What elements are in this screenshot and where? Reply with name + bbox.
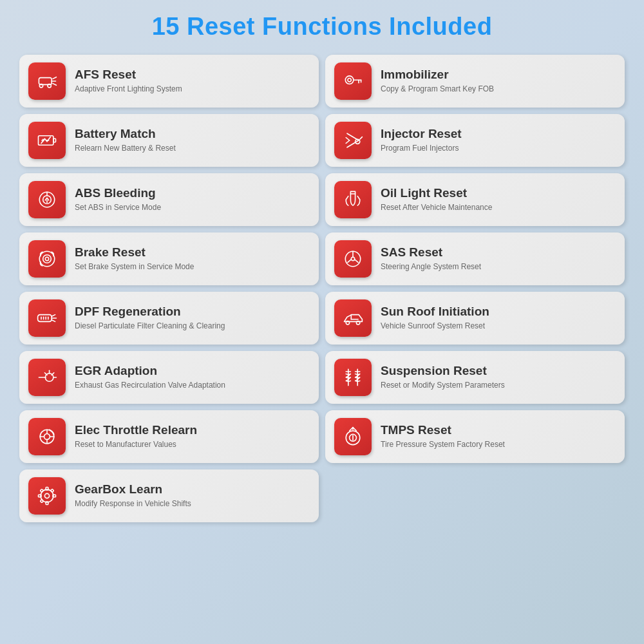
- svg-line-19: [360, 137, 363, 140]
- tmps-reset-icon: [334, 418, 372, 455]
- brake-reset-subtitle: Set Brake System in Service Mode: [75, 262, 194, 272]
- card-dpf-regeneration: DPF RegenerationDiesel Particulate Filte…: [19, 292, 319, 345]
- svg-rect-71: [40, 489, 43, 492]
- egr-adaption-title: EGR Adaption: [75, 364, 225, 379]
- brake-reset-icon: [28, 240, 66, 278]
- svg-line-31: [348, 260, 351, 263]
- svg-point-7: [348, 79, 351, 82]
- injector-reset-subtitle: Program Fuel Injectors: [381, 144, 462, 154]
- card-suspension-reset: Suspension ResetReset or Modify System P…: [325, 351, 625, 404]
- card-injector-reset: Injector ResetProgram Fuel Injectors: [325, 114, 625, 167]
- svg-point-41: [346, 321, 349, 325]
- immobilizer-icon: [334, 62, 372, 100]
- elec-throttle-icon: [28, 418, 66, 455]
- oil-light-reset-icon: [334, 181, 372, 218]
- dpf-regeneration-icon: [28, 299, 66, 337]
- svg-point-25: [39, 251, 54, 266]
- battery-match-title: Battery Match: [75, 127, 176, 142]
- svg-point-56: [44, 434, 50, 440]
- elec-throttle-subtitle: Reset to Manufacturer Values: [75, 440, 197, 450]
- svg-rect-67: [46, 488, 48, 491]
- injector-reset-title: Injector Reset: [381, 127, 462, 142]
- abs-bleeding-icon: [28, 181, 66, 218]
- gearbox-learn-subtitle: Modify Response in Vehicle Shifts: [75, 499, 191, 509]
- tmps-reset-title: TMPS Reset: [381, 423, 505, 438]
- battery-match-icon: [28, 122, 66, 159]
- cards-grid: AFS ResetAdaptive Front Lighting SystemI…: [19, 55, 625, 522]
- svg-rect-70: [53, 495, 56, 497]
- card-oil-light-reset: Oil Light ResetReset After Vehicle Maint…: [325, 173, 625, 226]
- svg-line-32: [355, 260, 358, 263]
- svg-rect-68: [46, 502, 48, 505]
- card-immobilizer: ImmobilizerCopy & Program Smart Key FOB: [325, 55, 625, 108]
- svg-point-26: [43, 255, 52, 263]
- svg-rect-69: [39, 495, 42, 497]
- suspension-reset-subtitle: Reset or Modify System Parameters: [381, 381, 505, 391]
- svg-point-42: [356, 321, 359, 325]
- immobilizer-title: Immobilizer: [381, 68, 494, 82]
- card-abs-bleeding: ABS BleedingSet ABS in Service Mode: [19, 173, 319, 226]
- svg-rect-72: [51, 489, 54, 492]
- injector-reset-icon: [334, 122, 372, 159]
- card-battery-match: Battery MatchRelearn New Battery & Reset: [19, 114, 319, 167]
- svg-point-4: [39, 84, 43, 88]
- suspension-reset-title: Suspension Reset: [381, 364, 505, 379]
- svg-line-36: [52, 320, 55, 322]
- svg-rect-73: [40, 500, 43, 503]
- egr-adaption-subtitle: Exhaust Gas Recirculation Valve Adaptati…: [75, 381, 225, 391]
- svg-point-66: [44, 493, 49, 498]
- dpf-regeneration-subtitle: Diesel Particulate Filter Cleaning & Cle…: [75, 321, 225, 332]
- svg-point-5: [48, 84, 51, 88]
- suspension-reset-icon: [334, 359, 372, 396]
- svg-point-27: [45, 257, 48, 260]
- svg-line-34: [52, 315, 55, 317]
- card-egr-adaption: EGR AdaptionExhaust Gas Recirculation Va…: [19, 351, 319, 404]
- elec-throttle-title: Elec Throttle Relearn: [75, 423, 197, 438]
- sas-reset-icon: [334, 240, 372, 278]
- sas-reset-title: SAS Reset: [381, 245, 481, 260]
- sun-roof-title: Sun Roof Initiation: [381, 305, 489, 319]
- sun-roof-icon: [334, 299, 372, 337]
- svg-line-2: [53, 77, 56, 79]
- afs-reset-subtitle: Adaptive Front Lighting System: [75, 84, 182, 95]
- card-sas-reset: SAS ResetSteering Angle System Reset: [325, 232, 625, 285]
- dpf-regeneration-title: DPF Regeneration: [75, 305, 225, 319]
- card-gearbox-learn: GearBox LearnModify Response in Vehicle …: [19, 469, 319, 522]
- abs-bleeding-subtitle: Set ABS in Service Mode: [75, 203, 161, 213]
- svg-point-6: [345, 76, 354, 84]
- afs-reset-title: AFS Reset: [75, 68, 182, 82]
- page-title: 15 Reset Functions Included: [152, 13, 493, 41]
- card-elec-throttle: Elec Throttle RelearnReset to Manufactur…: [19, 410, 319, 463]
- oil-light-reset-subtitle: Reset After Vehicle Maintenance: [381, 203, 492, 213]
- gearbox-learn-icon: [28, 477, 66, 515]
- immobilizer-subtitle: Copy & Program Smart Key FOB: [381, 84, 494, 95]
- card-brake-reset: Brake ResetSet Brake System in Service M…: [19, 232, 319, 285]
- oil-light-reset-title: Oil Light Reset: [381, 186, 492, 201]
- card-tmps-reset: TMPS ResetTire Pressure System Factory R…: [325, 410, 625, 463]
- sun-roof-subtitle: Vehicle Sunroof System Reset: [381, 321, 489, 332]
- card-sun-roof: Sun Roof InitiationVehicle Sunroof Syste…: [325, 292, 625, 345]
- svg-line-16: [346, 138, 349, 141]
- svg-line-3: [53, 84, 56, 86]
- svg-rect-33: [38, 315, 52, 322]
- svg-line-17: [346, 140, 349, 144]
- svg-rect-12: [53, 138, 56, 142]
- afs-reset-icon: [28, 62, 66, 100]
- sas-reset-subtitle: Steering Angle System Reset: [381, 262, 481, 272]
- abs-bleeding-title: ABS Bleeding: [75, 186, 161, 201]
- battery-match-subtitle: Relearn New Battery & Reset: [75, 144, 176, 154]
- egr-adaption-icon: [28, 359, 66, 396]
- card-afs-reset: AFS ResetAdaptive Front Lighting System: [19, 55, 319, 108]
- brake-reset-title: Brake Reset: [75, 245, 194, 260]
- tmps-reset-subtitle: Tire Pressure System Factory Reset: [381, 440, 505, 450]
- gearbox-learn-title: GearBox Learn: [75, 482, 191, 497]
